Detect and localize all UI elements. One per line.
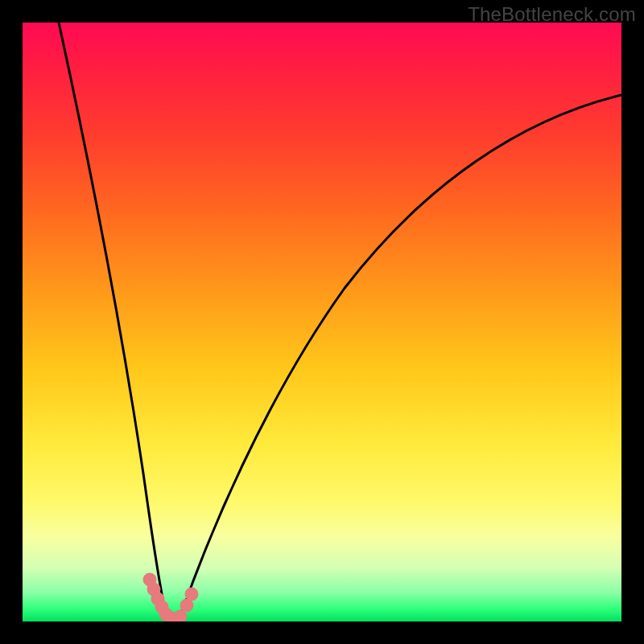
curve-left-branch bbox=[59, 23, 166, 614]
curve-right-branch bbox=[180, 95, 621, 617]
svg-point-8 bbox=[185, 588, 198, 601]
highlight-markers bbox=[143, 573, 198, 621]
curve-layer bbox=[23, 23, 621, 621]
plot-area bbox=[23, 23, 621, 621]
watermark-text: TheBottleneck.com bbox=[468, 3, 636, 26]
chart-frame: TheBottleneck.com bbox=[0, 0, 644, 644]
bottleneck-curve bbox=[59, 23, 621, 618]
